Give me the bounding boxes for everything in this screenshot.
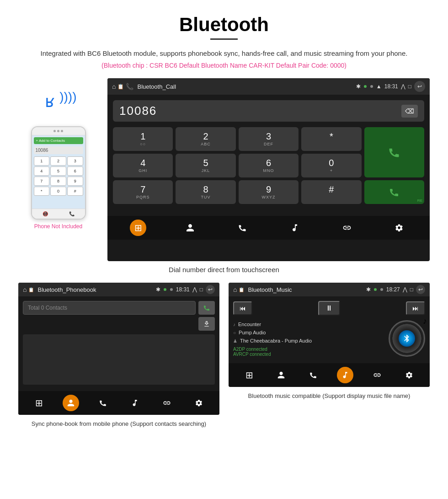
phone-key-7[interactable]: 7 — [34, 177, 50, 186]
pb-nav-contacts[interactable] — [63, 395, 79, 411]
music-expand-icon[interactable]: ⋀ — [403, 286, 407, 293]
phone-hangup-icon[interactable]: 📵 — [43, 211, 48, 216]
music-next-button[interactable]: ⏭ — [406, 301, 425, 315]
music-track-list: ♪ Encounter ○ Pump Audio ♟ The Cheebacab… — [233, 320, 384, 357]
expand-icon[interactable]: ⋀ — [401, 83, 405, 90]
nav-dialpad-icon[interactable]: ⊞ — [130, 220, 146, 236]
bottom-screenshots: ⌂ 📋 Bluetooth_Phonebook ✱ 18:31 ⋀ □ ↩ — [18, 283, 430, 429]
dialpad-key-9[interactable]: 9WXYZ — [239, 180, 299, 204]
pb-nav-settings[interactable] — [191, 395, 207, 411]
music-play-button[interactable]: ⏸ — [318, 301, 340, 316]
music-item: ⌂ 📋 Bluetooth_Music ✱ 18:27 ⋀ □ ↩ — [229, 283, 430, 429]
dialpad-key-star[interactable]: * — [301, 127, 361, 151]
music-nav-music[interactable] — [337, 367, 353, 383]
vinyl-disc-container: ♪ — [389, 320, 425, 357]
window-icon[interactable]: □ — [408, 83, 411, 90]
pb-nav-link[interactable] — [159, 395, 175, 411]
pb-bottom-nav: ⊞ — [18, 391, 219, 415]
phone-key-star[interactable]: * — [34, 187, 50, 196]
music-nav-contacts[interactable] — [273, 367, 289, 383]
nav-music-icon[interactable] — [287, 220, 303, 236]
dialpad-grid: 1○○ 2ABC 3DEF * 4GHI 5JKL 6MNO 0+ 7PQRS … — [113, 127, 424, 204]
pb-expand-icon[interactable]: ⋀ — [192, 286, 197, 293]
phone-dialpad: 1 2 3 4 5 6 7 8 9 * 0 # — [34, 156, 83, 196]
car-topbar-call: ⌂ 📋 📞 Bluetooth_Call ✱ ▲ 18:31 ⋀ □ ↩ — [107, 78, 430, 95]
dialpad-key-8[interactable]: 8TUV — [176, 180, 235, 204]
dialpad-key-5[interactable]: 5JKL — [176, 154, 235, 177]
page-title: Bluetooth — [18, 14, 430, 36]
pb-download-button[interactable] — [198, 317, 215, 331]
a2dp-status: A2DP connected — [233, 347, 384, 352]
call-button[interactable] — [364, 127, 424, 177]
avrcp-status: AVRCP connected — [233, 352, 384, 357]
phone-screen-header: + Add to Contacts — [34, 137, 83, 144]
pb-nav-music[interactable] — [127, 395, 143, 411]
music-topbar-title: Bluetooth_Music — [248, 286, 362, 293]
home-icon[interactable]: ⌂ — [112, 83, 116, 90]
music-bottom-nav: ⊞ — [229, 363, 430, 387]
bluetooth-symbol-icon: ʁ — [45, 92, 55, 111]
pb-sig-dot-2 — [170, 288, 173, 291]
dialpad-key-1[interactable]: 1○○ — [113, 127, 173, 151]
phonebook-search-box[interactable]: Total 0 Contacts — [23, 301, 196, 315]
phonebook-body: Total 0 Contacts — [18, 296, 219, 389]
phonebook-caption: Sync phone-book from mobile phone (Suppo… — [32, 419, 206, 429]
pb-call-button[interactable] — [198, 301, 215, 315]
pb-home-icon[interactable]: ⌂ — [23, 286, 27, 293]
track-name-3: The Cheebacabra - Pump Audio — [240, 338, 312, 343]
phonebook-item: ⌂ 📋 Bluetooth_Phonebook ✱ 18:31 ⋀ □ ↩ — [18, 283, 219, 429]
phone-key-9[interactable]: 9 — [67, 177, 83, 186]
dialpad-key-hash[interactable]: # — [301, 180, 361, 204]
pb-nav-dialpad[interactable]: ⊞ — [31, 395, 47, 411]
music-sig-dot-1 — [374, 288, 377, 291]
music-nav-call[interactable] — [305, 367, 321, 383]
pb-topbar-title: Bluetooth_Phonebook — [37, 286, 152, 293]
redial-button[interactable]: RE — [364, 180, 424, 204]
dialpad-key-6[interactable]: 6MNO — [239, 154, 299, 177]
phone-key-hash[interactable]: # — [67, 187, 83, 196]
dialpad-key-7[interactable]: 7PQRS — [113, 180, 173, 204]
music-nav-dialpad[interactable]: ⊞ — [241, 367, 257, 383]
phonebook-topbar: ⌂ 📋 Bluetooth_Phonebook ✱ 18:31 ⋀ □ ↩ — [18, 283, 219, 296]
phone-key-4[interactable]: 4 — [34, 166, 50, 176]
topbar-right-icons: ✱ ▲ 18:31 ⋀ □ ↩ — [356, 81, 425, 92]
nav-call-icon[interactable] — [234, 220, 251, 236]
music-back-icon[interactable]: ↩ — [416, 285, 425, 294]
nav-contacts-icon[interactable] — [182, 220, 198, 236]
phone-key-1[interactable]: 1 — [34, 156, 50, 166]
backspace-button[interactable]: ⌫ — [401, 105, 418, 118]
phone-key-2[interactable]: 2 — [50, 156, 66, 166]
dialpad-key-0[interactable]: 0+ — [301, 154, 361, 177]
music-info-row: ♪ Encounter ○ Pump Audio ♟ The Cheebacab… — [233, 320, 425, 357]
phone-call-icon[interactable]: 📞 — [69, 211, 75, 216]
pb-back-icon[interactable]: ↩ — [206, 285, 215, 294]
nav-settings-icon[interactable] — [391, 220, 407, 236]
music-sig-dot-2 — [380, 288, 383, 291]
music-notes-icon: ♪ — [423, 317, 427, 326]
music-nav-settings[interactable] — [401, 367, 417, 383]
pb-bt-icon: ✱ — [156, 286, 160, 293]
nav-link-icon[interactable] — [339, 220, 355, 236]
phone-key-6[interactable]: 6 — [67, 166, 83, 176]
phone-key-8[interactable]: 8 — [50, 177, 66, 186]
topbar-home-icons: ⌂ 📋 📞 — [112, 83, 133, 90]
track-name-2: Pump Audio — [239, 330, 266, 335]
phone-key-5[interactable]: 5 — [50, 166, 66, 176]
music-topbar-right: ✱ 18:27 ⋀ □ ↩ — [366, 285, 425, 294]
dialpad-key-4[interactable]: 4GHI — [113, 154, 173, 177]
phone-status-icon: 📋 — [117, 84, 124, 90]
dialpad-key-2[interactable]: 2ABC — [176, 127, 235, 151]
dialpad-key-3[interactable]: 3DEF — [239, 127, 299, 151]
music-nav-link[interactable] — [369, 367, 385, 383]
phone-key-0[interactable]: 0 — [50, 187, 66, 196]
connection-status: A2DP connected AVRCP connected — [233, 347, 384, 357]
music-home-icon[interactable]: ⌂ — [233, 286, 237, 293]
music-window-icon[interactable]: □ — [410, 286, 413, 293]
music-prev-button[interactable]: ⏮ — [233, 301, 252, 315]
car-screen-call-body: 10086 ⌫ 1○○ 2ABC 3DEF * 4GHI 5JKL 6 — [107, 95, 430, 214]
car-bottom-nav-call: ⊞ — [107, 216, 430, 240]
pb-window-icon[interactable]: □ — [200, 286, 203, 293]
pb-nav-call[interactable] — [95, 395, 111, 411]
back-icon[interactable]: ↩ — [414, 81, 425, 92]
phone-key-3[interactable]: 3 — [67, 156, 83, 166]
